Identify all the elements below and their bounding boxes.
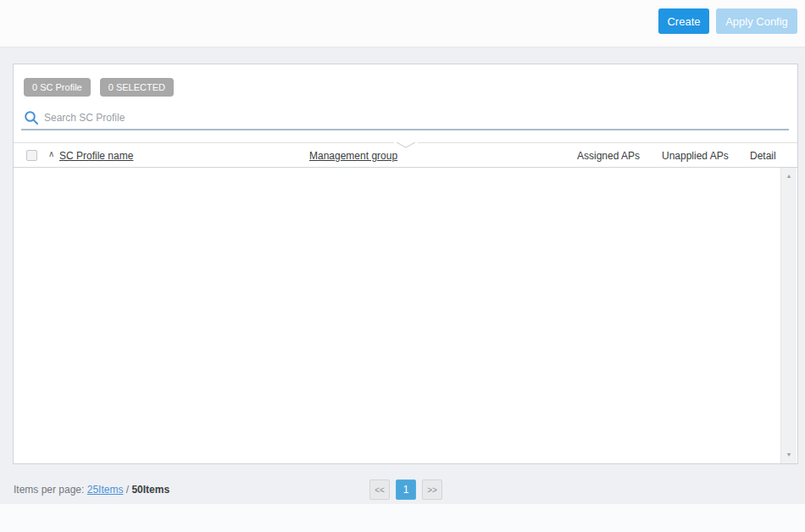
table-scrollbar[interactable]: ▲ ▼ [780, 168, 797, 463]
table-body-empty [14, 168, 780, 463]
scroll-up-icon[interactable]: ▲ [781, 169, 797, 183]
search-icon [24, 110, 39, 125]
bottom-statusbar [0, 504, 805, 532]
table-header: ∧ SC Profile name Management group Assig… [14, 146, 797, 168]
column-sc-profile-name[interactable]: SC Profile name [59, 150, 133, 162]
page-size-25-link[interactable]: 25Items [87, 484, 124, 496]
top-toolbar: Create Apply Config [0, 0, 805, 47]
column-unapplied-aps: Unapplied APs [662, 150, 729, 162]
profile-count-badge: 0 SC Profile [24, 78, 91, 97]
sort-asc-icon: ∧ [48, 149, 54, 158]
count-badges: 0 SC Profile 0 SELECTED [24, 78, 174, 97]
apply-config-button[interactable]: Apply Config [716, 8, 797, 34]
page-size-50-label: 50Items [131, 484, 169, 496]
search-input[interactable] [44, 109, 408, 126]
create-button[interactable]: Create [658, 8, 709, 34]
column-assigned-aps: Assigned APs [577, 150, 640, 162]
filter-divider [14, 142, 797, 143]
sc-profile-panel: 0 SC Profile 0 SELECTED ∧ SC Profile nam… [13, 64, 798, 464]
selected-count-badge: 0 SELECTED [100, 78, 174, 97]
column-management-group[interactable]: Management group [309, 150, 397, 162]
items-per-page: Items per page: 25Items / 50Items [14, 484, 169, 496]
scroll-down-icon[interactable]: ▼ [781, 448, 797, 462]
items-per-page-label: Items per page: [14, 484, 84, 496]
pagination: << 1 >> [369, 479, 442, 500]
search-underline [21, 129, 789, 130]
pagination-last-button[interactable]: >> [422, 479, 442, 500]
pagination-current-page[interactable]: 1 [396, 479, 416, 500]
pagination-first-button[interactable]: << [369, 479, 390, 500]
column-detail: Detail [750, 150, 776, 162]
select-all-checkbox[interactable] [26, 150, 37, 161]
